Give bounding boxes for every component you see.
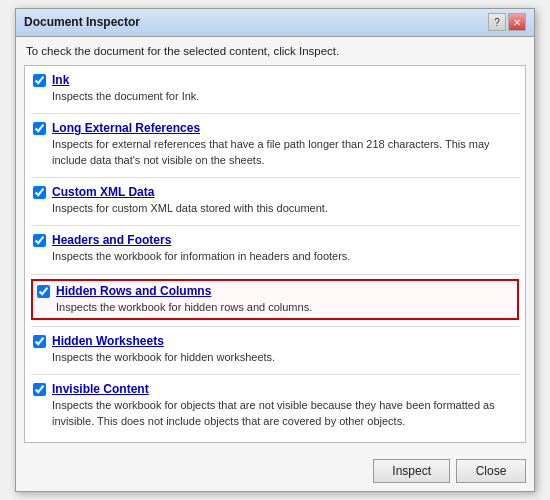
help-button[interactable]: ? <box>488 13 506 31</box>
item-title-ink: Ink <box>52 73 69 87</box>
item-title-hidden-worksheets: Hidden Worksheets <box>52 334 164 348</box>
checkbox-custom-xml-data[interactable] <box>33 186 46 199</box>
item-title-custom-xml-data: Custom XML Data <box>52 185 154 199</box>
dialog-body: To check the document for the selected c… <box>16 37 534 452</box>
item-header-custom-xml-data: Custom XML Data <box>33 185 517 199</box>
item-desc-hidden-worksheets: Inspects the workbook for hidden workshe… <box>33 350 517 365</box>
close-button[interactable]: Close <box>456 459 526 483</box>
checkbox-headers-and-footers[interactable] <box>33 234 46 247</box>
checkbox-long-external-references[interactable] <box>33 122 46 135</box>
document-inspector-dialog: Document Inspector ? ✕ To check the docu… <box>15 8 535 493</box>
item-invisible-content: Invisible ContentInspects the workbook f… <box>31 379 519 432</box>
item-title-invisible-content: Invisible Content <box>52 382 149 396</box>
instruction-text: To check the document for the selected c… <box>24 45 526 57</box>
dialog-footer: Inspect Close <box>16 451 534 491</box>
item-header-long-external-references: Long External References <box>33 121 517 135</box>
item-headers-and-footers: Headers and FootersInspects the workbook… <box>31 230 519 267</box>
item-ink: InkInspects the document for Ink. <box>31 70 519 107</box>
item-hidden-worksheets: Hidden WorksheetsInspects the workbook f… <box>31 331 519 368</box>
item-title-hidden-rows-and-columns: Hidden Rows and Columns <box>56 284 211 298</box>
item-hidden-rows-and-columns: Hidden Rows and ColumnsInspects the work… <box>31 279 519 320</box>
checkbox-hidden-rows-and-columns[interactable] <box>37 285 50 298</box>
item-desc-invisible-content: Inspects the workbook for objects that a… <box>33 398 517 429</box>
content-area: InkInspects the document for Ink.Long Ex… <box>24 65 526 444</box>
item-title-long-external-references: Long External References <box>52 121 200 135</box>
title-bar-buttons: ? ✕ <box>488 13 526 31</box>
items-list: InkInspects the document for Ink.Long Ex… <box>25 66 525 443</box>
item-title-headers-and-footers: Headers and Footers <box>52 233 171 247</box>
item-desc-hidden-rows-and-columns: Inspects the workbook for hidden rows an… <box>37 300 513 315</box>
dialog-close-button[interactable]: ✕ <box>508 13 526 31</box>
checkbox-ink[interactable] <box>33 74 46 87</box>
item-header-ink: Ink <box>33 73 517 87</box>
item-desc-long-external-references: Inspects for external references that ha… <box>33 137 517 168</box>
checkbox-invisible-content[interactable] <box>33 383 46 396</box>
item-desc-custom-xml-data: Inspects for custom XML data stored with… <box>33 201 517 216</box>
item-header-headers-and-footers: Headers and Footers <box>33 233 517 247</box>
item-desc-headers-and-footers: Inspects the workbook for information in… <box>33 249 517 264</box>
item-long-external-references: Long External ReferencesInspects for ext… <box>31 118 519 171</box>
item-custom-xml-data: Custom XML DataInspects for custom XML d… <box>31 182 519 219</box>
item-desc-ink: Inspects the document for Ink. <box>33 89 517 104</box>
item-header-hidden-rows-and-columns: Hidden Rows and Columns <box>37 284 513 298</box>
checkbox-hidden-worksheets[interactable] <box>33 335 46 348</box>
item-header-hidden-worksheets: Hidden Worksheets <box>33 334 517 348</box>
item-header-invisible-content: Invisible Content <box>33 382 517 396</box>
inspect-button[interactable]: Inspect <box>373 459 450 483</box>
title-bar: Document Inspector ? ✕ <box>16 9 534 37</box>
dialog-title: Document Inspector <box>24 15 140 29</box>
